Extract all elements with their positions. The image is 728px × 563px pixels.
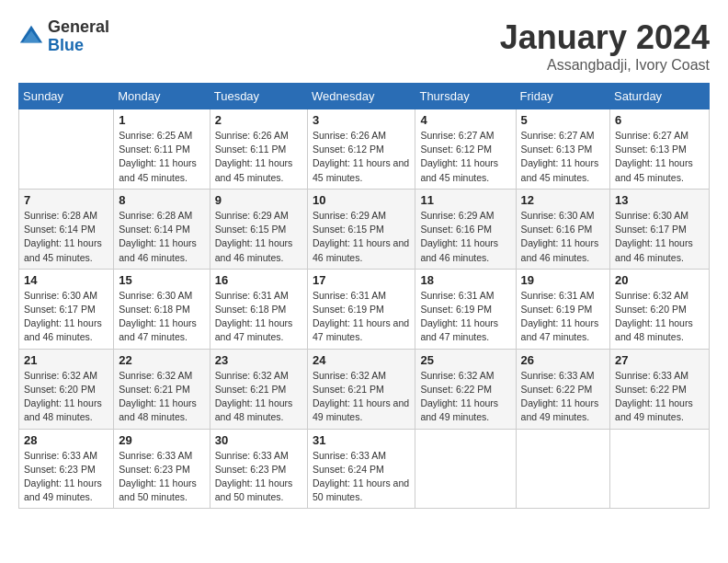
day-number: 28 xyxy=(24,433,108,447)
day-info: Sunrise: 6:32 AM Sunset: 6:21 PM Dayligh… xyxy=(215,369,302,425)
day-number: 17 xyxy=(313,273,410,287)
day-info: Sunrise: 6:27 AM Sunset: 6:13 PM Dayligh… xyxy=(615,129,704,185)
calendar-week-row: 28Sunrise: 6:33 AM Sunset: 6:23 PM Dayli… xyxy=(19,429,710,509)
day-info: Sunrise: 6:32 AM Sunset: 6:20 PM Dayligh… xyxy=(615,289,704,345)
day-number: 7 xyxy=(24,193,108,207)
calendar-cell: 24Sunrise: 6:32 AM Sunset: 6:21 PM Dayli… xyxy=(308,349,415,429)
day-number: 10 xyxy=(313,193,410,207)
calendar-cell: 27Sunrise: 6:33 AM Sunset: 6:22 PM Dayli… xyxy=(610,349,710,429)
calendar-week-row: 14Sunrise: 6:30 AM Sunset: 6:17 PM Dayli… xyxy=(19,269,710,349)
calendar-cell: 14Sunrise: 6:30 AM Sunset: 6:17 PM Dayli… xyxy=(19,269,114,349)
day-info: Sunrise: 6:27 AM Sunset: 6:12 PM Dayligh… xyxy=(420,129,510,185)
day-number: 14 xyxy=(24,273,108,287)
page-header: General Blue January 2024 Assangbadji, I… xyxy=(18,18,710,74)
day-number: 3 xyxy=(313,113,410,127)
calendar-cell: 18Sunrise: 6:31 AM Sunset: 6:19 PM Dayli… xyxy=(415,269,516,349)
day-info: Sunrise: 6:33 AM Sunset: 6:23 PM Dayligh… xyxy=(119,449,204,505)
calendar-cell: 25Sunrise: 6:32 AM Sunset: 6:22 PM Dayli… xyxy=(415,349,516,429)
calendar-cell: 30Sunrise: 6:33 AM Sunset: 6:23 PM Dayli… xyxy=(210,429,307,509)
day-info: Sunrise: 6:28 AM Sunset: 6:14 PM Dayligh… xyxy=(24,209,108,265)
day-info: Sunrise: 6:31 AM Sunset: 6:18 PM Dayligh… xyxy=(215,289,302,345)
day-number: 22 xyxy=(119,353,204,367)
day-info: Sunrise: 6:26 AM Sunset: 6:11 PM Dayligh… xyxy=(215,129,302,185)
day-info: Sunrise: 6:32 AM Sunset: 6:20 PM Dayligh… xyxy=(24,369,108,425)
calendar-cell: 23Sunrise: 6:32 AM Sunset: 6:21 PM Dayli… xyxy=(210,349,307,429)
calendar-cell: 15Sunrise: 6:30 AM Sunset: 6:18 PM Dayli… xyxy=(114,269,210,349)
day-number: 29 xyxy=(119,433,204,447)
day-info: Sunrise: 6:29 AM Sunset: 6:15 PM Dayligh… xyxy=(313,209,410,265)
logo: General Blue xyxy=(18,18,109,55)
calendar-cell xyxy=(415,429,516,509)
day-number: 5 xyxy=(521,113,606,127)
calendar-cell: 4Sunrise: 6:27 AM Sunset: 6:12 PM Daylig… xyxy=(415,109,516,190)
day-info: Sunrise: 6:32 AM Sunset: 6:21 PM Dayligh… xyxy=(119,369,204,425)
calendar-table: SundayMondayTuesdayWednesdayThursdayFrid… xyxy=(18,83,710,509)
day-info: Sunrise: 6:30 AM Sunset: 6:17 PM Dayligh… xyxy=(24,289,108,345)
calendar-cell: 20Sunrise: 6:32 AM Sunset: 6:20 PM Dayli… xyxy=(610,269,710,349)
day-info: Sunrise: 6:30 AM Sunset: 6:17 PM Dayligh… xyxy=(615,209,704,265)
day-number: 6 xyxy=(615,113,704,127)
day-info: Sunrise: 6:29 AM Sunset: 6:16 PM Dayligh… xyxy=(420,209,510,265)
day-info: Sunrise: 6:30 AM Sunset: 6:18 PM Dayligh… xyxy=(119,289,204,345)
day-number: 23 xyxy=(215,353,302,367)
calendar-cell: 8Sunrise: 6:28 AM Sunset: 6:14 PM Daylig… xyxy=(114,189,210,269)
calendar-cell: 28Sunrise: 6:33 AM Sunset: 6:23 PM Dayli… xyxy=(19,429,114,509)
calendar-cell: 26Sunrise: 6:33 AM Sunset: 6:22 PM Dayli… xyxy=(516,349,610,429)
day-info: Sunrise: 6:27 AM Sunset: 6:13 PM Dayligh… xyxy=(521,129,606,185)
day-info: Sunrise: 6:33 AM Sunset: 6:22 PM Dayligh… xyxy=(615,369,704,425)
day-info: Sunrise: 6:32 AM Sunset: 6:21 PM Dayligh… xyxy=(313,369,410,425)
day-number: 27 xyxy=(615,353,704,367)
calendar-week-row: 7Sunrise: 6:28 AM Sunset: 6:14 PM Daylig… xyxy=(19,189,710,269)
calendar-cell: 16Sunrise: 6:31 AM Sunset: 6:18 PM Dayli… xyxy=(210,269,307,349)
day-info: Sunrise: 6:26 AM Sunset: 6:12 PM Dayligh… xyxy=(313,129,410,185)
title-block: January 2024 Assangbadji, Ivory Coast xyxy=(500,18,710,74)
day-info: Sunrise: 6:31 AM Sunset: 6:19 PM Dayligh… xyxy=(313,289,410,345)
day-info: Sunrise: 6:31 AM Sunset: 6:19 PM Dayligh… xyxy=(521,289,606,345)
calendar-cell: 1Sunrise: 6:25 AM Sunset: 6:11 PM Daylig… xyxy=(114,109,210,190)
day-number: 8 xyxy=(119,193,204,207)
logo-text: General Blue xyxy=(48,18,109,55)
day-info: Sunrise: 6:33 AM Sunset: 6:23 PM Dayligh… xyxy=(24,449,108,505)
day-number: 24 xyxy=(313,353,410,367)
day-number: 1 xyxy=(119,113,204,127)
calendar-cell: 2Sunrise: 6:26 AM Sunset: 6:11 PM Daylig… xyxy=(210,109,307,190)
day-number: 31 xyxy=(313,433,410,447)
calendar-cell: 29Sunrise: 6:33 AM Sunset: 6:23 PM Dayli… xyxy=(114,429,210,509)
calendar-cell: 21Sunrise: 6:32 AM Sunset: 6:20 PM Dayli… xyxy=(19,349,114,429)
weekday-header: Sunday xyxy=(19,84,114,109)
calendar-cell: 7Sunrise: 6:28 AM Sunset: 6:14 PM Daylig… xyxy=(19,189,114,269)
day-number: 13 xyxy=(615,193,704,207)
calendar-cell: 3Sunrise: 6:26 AM Sunset: 6:12 PM Daylig… xyxy=(308,109,415,190)
logo-icon xyxy=(18,24,44,50)
weekday-header: Tuesday xyxy=(210,84,307,109)
day-number: 20 xyxy=(615,273,704,287)
calendar-cell xyxy=(19,109,114,190)
day-info: Sunrise: 6:32 AM Sunset: 6:22 PM Dayligh… xyxy=(420,369,510,425)
calendar-cell: 17Sunrise: 6:31 AM Sunset: 6:19 PM Dayli… xyxy=(308,269,415,349)
day-number: 25 xyxy=(420,353,510,367)
day-number: 16 xyxy=(215,273,302,287)
calendar-cell: 9Sunrise: 6:29 AM Sunset: 6:15 PM Daylig… xyxy=(210,189,307,269)
calendar-cell xyxy=(516,429,610,509)
weekday-header: Thursday xyxy=(415,84,516,109)
day-info: Sunrise: 6:25 AM Sunset: 6:11 PM Dayligh… xyxy=(119,129,204,185)
day-info: Sunrise: 6:33 AM Sunset: 6:23 PM Dayligh… xyxy=(215,449,302,505)
weekday-header: Wednesday xyxy=(308,84,415,109)
calendar-cell: 11Sunrise: 6:29 AM Sunset: 6:16 PM Dayli… xyxy=(415,189,516,269)
calendar-week-row: 1Sunrise: 6:25 AM Sunset: 6:11 PM Daylig… xyxy=(19,109,710,190)
month-title: January 2024 xyxy=(500,18,710,57)
day-number: 11 xyxy=(420,193,510,207)
day-number: 9 xyxy=(215,193,302,207)
calendar-cell: 22Sunrise: 6:32 AM Sunset: 6:21 PM Dayli… xyxy=(114,349,210,429)
calendar-cell: 10Sunrise: 6:29 AM Sunset: 6:15 PM Dayli… xyxy=(308,189,415,269)
day-number: 15 xyxy=(119,273,204,287)
calendar-cell: 12Sunrise: 6:30 AM Sunset: 6:16 PM Dayli… xyxy=(516,189,610,269)
calendar-week-row: 21Sunrise: 6:32 AM Sunset: 6:20 PM Dayli… xyxy=(19,349,710,429)
weekday-header: Friday xyxy=(516,84,610,109)
location: Assangbadji, Ivory Coast xyxy=(500,57,710,74)
calendar-cell: 5Sunrise: 6:27 AM Sunset: 6:13 PM Daylig… xyxy=(516,109,610,190)
calendar-cell: 31Sunrise: 6:33 AM Sunset: 6:24 PM Dayli… xyxy=(308,429,415,509)
day-number: 21 xyxy=(24,353,108,367)
day-number: 19 xyxy=(521,273,606,287)
day-number: 18 xyxy=(420,273,510,287)
